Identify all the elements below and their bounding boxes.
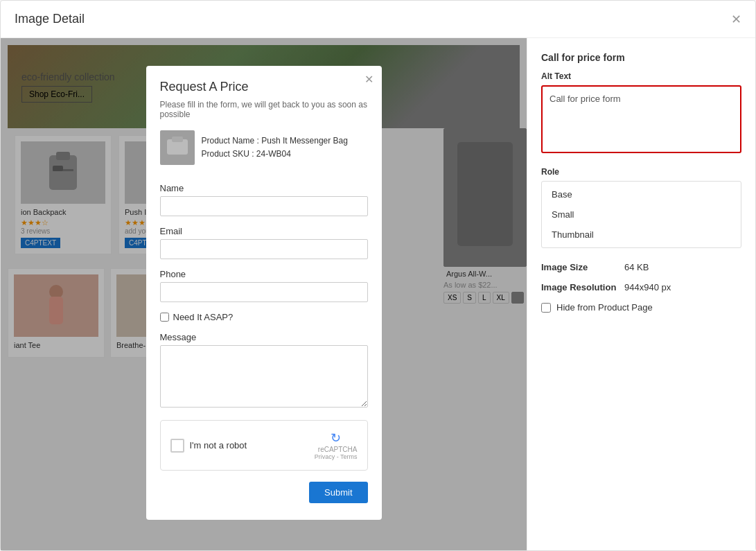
asap-label: Need It ASAP? xyxy=(173,312,234,322)
image-resolution-label: Image Resolution xyxy=(541,282,617,292)
hide-label: Hide from Product Page xyxy=(556,302,653,313)
window-close-button[interactable]: ✕ xyxy=(731,13,741,26)
alt-text-box xyxy=(541,85,741,153)
role-thumbnail[interactable]: Thumbnail xyxy=(542,225,741,245)
phone-label: Phone xyxy=(160,269,368,279)
recaptcha-brand: reCAPTCHA xyxy=(315,446,358,453)
alt-text-label: Alt Text xyxy=(541,71,741,81)
product-info-image xyxy=(160,130,195,165)
recaptcha-privacy: Privacy - Terms xyxy=(315,453,358,460)
product-sku-label: Product SKU : 24-WB04 xyxy=(202,148,348,161)
hide-row: Hide from Product Page xyxy=(541,302,741,313)
recaptcha-box: I'm not a robot ↻ reCAPTCHA Privacy - Te… xyxy=(160,420,368,471)
role-section: Role Base Small Thumbnail xyxy=(541,167,741,248)
modal-footer: Submit xyxy=(160,482,368,506)
message-textarea[interactable] xyxy=(160,345,368,408)
request-price-modal: ✕ Request A Price Please fill in the for… xyxy=(146,66,382,520)
section-title: Call for price form xyxy=(541,52,741,63)
recaptcha-left: I'm not a robot xyxy=(170,439,247,453)
phone-input[interactable] xyxy=(160,282,368,302)
email-field-group: Email xyxy=(160,226,368,259)
message-field-group: Message xyxy=(160,332,368,410)
product-name-label: Product Name : Push It Messenger Bag xyxy=(202,134,348,148)
modal-close-button[interactable]: ✕ xyxy=(364,73,373,86)
role-base[interactable]: Base xyxy=(542,184,741,204)
name-field-group: Name xyxy=(160,183,368,216)
right-panel: Call for price form Alt Text Role Base S… xyxy=(527,38,755,550)
image-size-value: 64 KB xyxy=(624,262,649,272)
message-label: Message xyxy=(160,332,368,342)
alt-text-textarea[interactable] xyxy=(550,94,733,142)
window-body: eco-friendly collection Shop Eco-Fri... xyxy=(1,38,755,550)
main-window: Image Detail ✕ eco-friendly collection S… xyxy=(0,0,756,551)
recaptcha-checkbox[interactable] xyxy=(170,439,184,453)
modal-overlay: ✕ Request A Price Please fill in the for… xyxy=(1,38,527,550)
email-input[interactable] xyxy=(160,239,368,259)
hide-checkbox[interactable] xyxy=(541,303,551,313)
name-label: Name xyxy=(160,183,368,193)
window-header: Image Detail ✕ xyxy=(1,1,755,38)
recaptcha-label: I'm not a robot xyxy=(190,440,247,451)
role-list: Base Small Thumbnail xyxy=(541,181,741,248)
asap-checkbox[interactable] xyxy=(160,313,169,322)
image-size-label: Image Size xyxy=(541,262,617,272)
product-info-text: Product Name : Push It Messenger Bag Pro… xyxy=(202,134,348,161)
product-info-row: Product Name : Push It Messenger Bag Pro… xyxy=(160,130,368,172)
asap-checkbox-group: Need It ASAP? xyxy=(160,312,368,322)
modal-title: Request A Price xyxy=(160,80,368,94)
role-small[interactable]: Small xyxy=(542,204,741,225)
role-label: Role xyxy=(541,167,741,177)
image-resolution-value: 944x940 px xyxy=(624,282,671,292)
image-size-row: Image Size 64 KB xyxy=(541,262,741,272)
alt-text-section: Alt Text xyxy=(541,71,741,153)
modal-subtitle: Please fill in the form, we will get bac… xyxy=(160,100,368,119)
name-input[interactable] xyxy=(160,196,368,216)
email-label: Email xyxy=(160,226,368,236)
recaptcha-icon: ↻ xyxy=(315,430,358,446)
window-title: Image Detail xyxy=(15,12,85,26)
phone-field-group: Phone xyxy=(160,269,368,302)
svg-rect-15 xyxy=(172,137,183,142)
image-panel: eco-friendly collection Shop Eco-Fri... xyxy=(1,38,527,550)
image-resolution-row: Image Resolution 944x940 px xyxy=(541,282,741,292)
recaptcha-logo: ↻ reCAPTCHA Privacy - Terms xyxy=(315,430,358,460)
submit-button[interactable]: Submit xyxy=(309,482,367,503)
